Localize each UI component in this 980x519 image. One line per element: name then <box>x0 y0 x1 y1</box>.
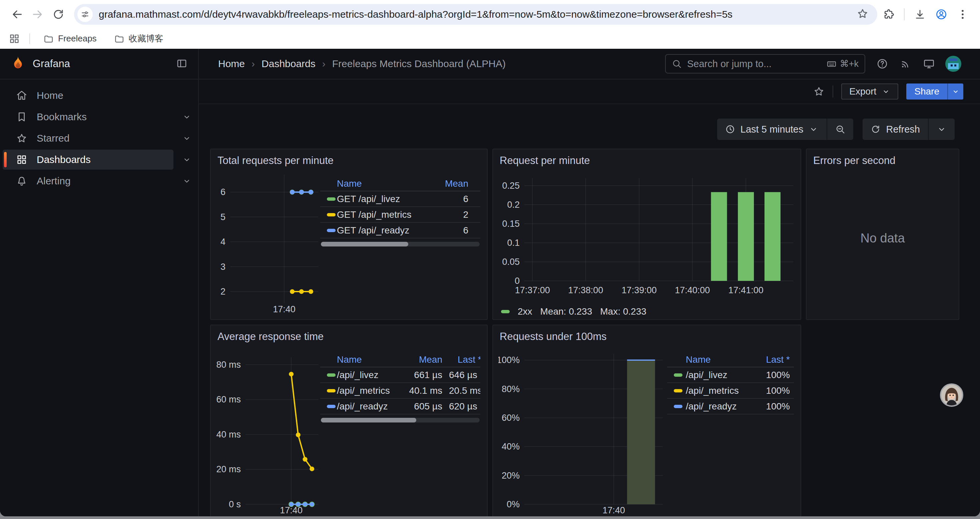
reload-button[interactable] <box>48 4 69 25</box>
legend-col-name[interactable]: Name <box>337 178 429 189</box>
legend-col-mean[interactable]: Mean <box>429 178 468 189</box>
series-name[interactable]: GET /api/_livez <box>337 194 429 204</box>
panel-total-requests: Total requests per minute 6543217:40 Nam… <box>210 149 488 320</box>
forward-button[interactable] <box>27 4 48 25</box>
legend-col-last[interactable]: Last * <box>442 355 480 365</box>
series-name[interactable]: /api/_livez <box>686 370 752 380</box>
legend-col-last[interactable]: Last * <box>752 355 790 365</box>
user-avatar[interactable] <box>945 56 961 72</box>
news-rss-icon[interactable] <box>900 58 911 69</box>
menu-dots-icon[interactable] <box>957 8 969 21</box>
site-settings-button[interactable] <box>77 7 93 22</box>
bookmark-folder-label: Freeleaps <box>58 34 97 44</box>
panel-toggle-icon <box>176 58 188 69</box>
sidebar-link-starred[interactable]: Starred <box>3 128 173 148</box>
breadcrumb: Home › Dashboards › Freeleaps Metrics Da… <box>218 58 506 69</box>
share-button-group: Share <box>906 83 963 99</box>
legend-row: GET /api/_readyz 6 <box>320 223 480 238</box>
grafana-brand: Grafana <box>33 58 70 70</box>
breadcrumb-dashboards[interactable]: Dashboards <box>261 58 315 69</box>
series-last: 100% <box>752 385 790 396</box>
favorite-dashboard-button[interactable] <box>813 86 824 97</box>
series-name[interactable]: /api/_metrics <box>686 385 752 396</box>
sidebar-link-bookmarks[interactable]: Bookmarks <box>3 107 173 127</box>
series-name[interactable]: GET /api/_readyz <box>337 225 429 236</box>
keyboard-icon <box>827 59 837 69</box>
average-response-time-chart[interactable]: 80 ms60 ms40 ms20 ms0 s17:40 <box>216 344 320 516</box>
bookmark-page-button[interactable] <box>857 8 870 21</box>
series-name[interactable]: /api/_readyz <box>686 401 752 412</box>
download-icon[interactable] <box>914 8 926 21</box>
dashboards-grid-icon <box>16 154 27 165</box>
legend-table: Name Mean GET /api/_livez 6 GET /api/_me… <box>320 177 480 316</box>
breadcrumb-home[interactable]: Home <box>218 58 245 69</box>
legend-scrollbar-thumb[interactable] <box>321 418 416 423</box>
sidebar-link-alerting[interactable]: Alerting <box>3 171 173 191</box>
legend-scrollbar-track[interactable] <box>321 242 480 246</box>
extensions-icon[interactable] <box>883 8 895 21</box>
back-button[interactable] <box>7 4 27 25</box>
expand-dashboards-button[interactable] <box>182 155 191 164</box>
total-requests-chart[interactable]: 6543217:40 <box>216 168 320 316</box>
request-per-minute-chart[interactable]: 0.250.20.150.10.05017:37:0017:38:0017:39… <box>498 168 794 302</box>
refresh-label: Refresh <box>886 124 920 135</box>
legend-col-name[interactable]: Name <box>686 355 752 365</box>
display-icon[interactable] <box>923 58 935 69</box>
expand-bookmarks-button[interactable] <box>182 112 191 121</box>
refresh-interval-button[interactable] <box>929 118 955 140</box>
svg-text:17:40: 17:40 <box>273 304 296 314</box>
series-name[interactable]: /api/_metrics <box>337 385 403 396</box>
sidebar-link-dashboards[interactable]: Dashboards <box>3 150 173 170</box>
clock-icon <box>725 124 735 134</box>
series-name[interactable]: GET /api/_metrics <box>337 209 429 220</box>
star-icon <box>16 133 27 144</box>
expand-starred-button[interactable] <box>182 134 191 143</box>
sidebar-item-label: Bookmarks <box>37 111 87 123</box>
legend-col-name[interactable]: Name <box>337 355 403 365</box>
share-label: Share <box>914 86 939 97</box>
zoom-out-icon <box>835 124 845 134</box>
svg-text:100%: 100% <box>498 355 520 365</box>
forward-icon <box>31 8 44 21</box>
profile-icon[interactable] <box>935 8 947 21</box>
help-icon[interactable] <box>877 58 888 69</box>
zoom-out-button[interactable] <box>827 118 853 140</box>
legend-scrollbar-thumb[interactable] <box>321 242 408 246</box>
grafana-logo[interactable] <box>10 56 25 72</box>
sidebar-link-home[interactable]: Home <box>3 86 173 105</box>
sidebar-toggle-button[interactable] <box>176 58 188 70</box>
export-button[interactable]: Export <box>841 83 898 99</box>
bookmark-folder-blogs[interactable]: 收藏博客 <box>110 31 167 46</box>
refresh-button[interactable]: Refresh <box>862 118 928 140</box>
address-bar[interactable]: grafana.mathmast.com/d/deytv4rwavabkb/fr… <box>74 4 877 25</box>
floating-assistant-avatar[interactable] <box>940 383 963 407</box>
share-menu-button[interactable] <box>947 83 963 99</box>
panel-title[interactable]: Average response time <box>216 329 482 344</box>
apps-grid-icon[interactable] <box>9 33 20 45</box>
legend-row: GET /api/_livez 6 <box>320 192 480 207</box>
panel-title[interactable]: Requests under 100ms <box>498 329 795 344</box>
svg-text:0.1: 0.1 <box>507 238 520 248</box>
legend-col-mean[interactable]: Mean <box>403 355 442 365</box>
svg-text:40%: 40% <box>502 442 520 452</box>
svg-text:0.2: 0.2 <box>507 200 520 210</box>
breadcrumb-separator: › <box>251 58 255 69</box>
search-input[interactable]: Search or jump to... ⌘+k <box>665 54 865 73</box>
series-name[interactable]: 2xx <box>518 306 532 317</box>
requests-under-100ms-chart[interactable]: 100%80%60%40%20%0%17:40 <box>498 344 667 516</box>
time-range-picker[interactable]: Last 5 minutes <box>717 118 827 140</box>
series-name[interactable]: /api/_readyz <box>337 401 403 412</box>
bookmark-folder-freeleaps[interactable]: Freeleaps <box>39 31 101 46</box>
chevron-down-icon <box>937 124 947 134</box>
url-text[interactable]: grafana.mathmast.com/d/deytv4rwavabkb/fr… <box>99 9 857 20</box>
share-button[interactable]: Share <box>906 83 947 99</box>
panel-title[interactable]: Errors per second <box>812 153 953 168</box>
series-last: 100% <box>752 370 790 380</box>
expand-alerting-button[interactable] <box>182 176 191 186</box>
legend-scrollbar-track[interactable] <box>321 418 480 423</box>
sidebar-item-label: Starred <box>37 133 69 144</box>
series-name[interactable]: /api/_livez <box>337 370 403 380</box>
panel-title[interactable]: Request per minute <box>498 153 795 168</box>
series-mean: 2 <box>429 209 468 220</box>
panel-title[interactable]: Total requests per minute <box>216 153 482 168</box>
